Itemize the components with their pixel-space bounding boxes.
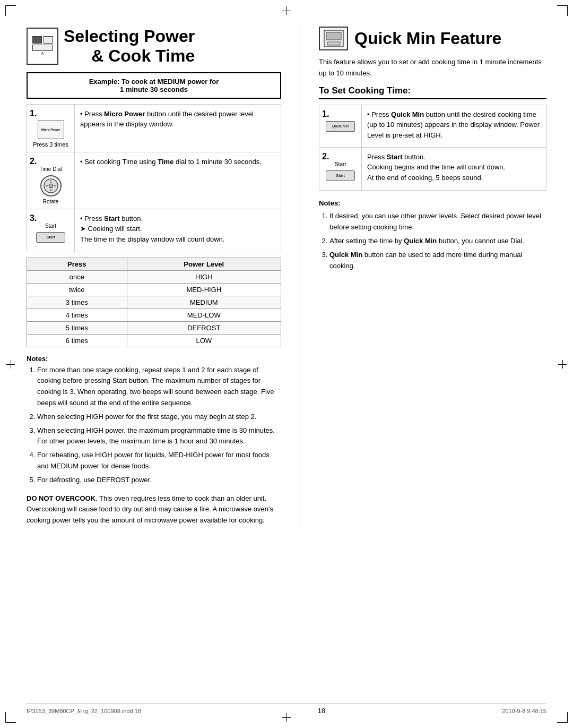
right-subtitle: This feature allows you to set or add co… (319, 57, 546, 79)
table-row: 6 timesLOW (27, 334, 281, 347)
crosshair-right-icon (558, 360, 567, 369)
table-cell: 4 times (27, 309, 127, 321)
step-1-number: 1. (30, 109, 37, 118)
step-row-2: 2. Time Dial Rotat (27, 152, 281, 209)
right-section-title: Quick Min Feature (354, 29, 501, 48)
example-label: Example: To cook at MEDIUM power for (89, 78, 219, 85)
svg-point-1 (49, 184, 53, 188)
right-section-icon-box (319, 27, 348, 50)
table-cell: MEDIUM (127, 296, 281, 309)
page-number: 18 (318, 707, 325, 715)
step-2-number: 2. (30, 157, 37, 166)
crosshair-left-icon (6, 360, 15, 369)
icon-label: A (41, 51, 44, 56)
step-row-3: 3. Start Start • Press Start button. ➤ C… (27, 209, 281, 252)
set-cooking-time-title: To Set Cooking Time: (319, 85, 546, 99)
steps-container: 1. Micro Power Press 3 times • Press Mic… (27, 104, 281, 252)
right-step-2-number: 2. (322, 152, 329, 161)
list-item: When selecting HIGH power for the first … (37, 412, 281, 423)
table-header-press: Press (27, 258, 127, 270)
svg-rect-8 (327, 42, 340, 45)
micro-power-icon: Micro Power (38, 121, 64, 139)
table-cell: 6 times (27, 334, 127, 347)
footer-left: IP3153_39M80CP_Eng_22_100908.indd 18 (27, 708, 141, 714)
list-item: For reheating, use HIGH power for liquid… (37, 450, 281, 472)
list-item: When selecting HIGH power, the maximum p… (37, 425, 281, 448)
list-item: For more than one stage cooking, repeat … (37, 365, 281, 409)
right-notes-list: If desired, you can use other power leve… (319, 211, 546, 271)
corner-mark-bl (5, 712, 16, 723)
table-cell: MED-HIGH (127, 283, 281, 296)
time-dial-icon (40, 175, 62, 196)
step-1-sublabel: Press 3 times (33, 141, 68, 148)
step-row-1: 1. Micro Power Press 3 times • Press Mic… (27, 105, 281, 152)
left-notes-section: Notes: For more than one stage cooking, … (27, 355, 281, 486)
corner-mark-tr (557, 5, 568, 16)
table-cell: LOW (127, 334, 281, 347)
table-row: 3 timesMEDIUM (27, 296, 281, 309)
step-3-right: • Press Start button. ➤ Cooking will sta… (75, 209, 281, 252)
right-notes-title: Notes: (319, 198, 546, 209)
list-item: Quick Min button can be used to add more… (329, 250, 546, 272)
list-item: After setting the time by Quick Min butt… (329, 236, 546, 247)
right-step-2-icon-label: Start (335, 161, 346, 167)
table-header-power: Power Level (127, 258, 281, 270)
left-section-header: A Selecting Power & Cook Time (27, 27, 281, 66)
left-section-icon-box: A (27, 28, 58, 65)
column-divider (300, 27, 300, 526)
corner-mark-tl (5, 5, 16, 16)
example-subtext: 1 minute 30 seconds (120, 85, 188, 93)
right-step-row-1: 1. Quick Min • Press Quick Min button un… (319, 105, 546, 148)
table-row: twiceMED-HIGH (27, 283, 281, 296)
table-cell: twice (27, 283, 127, 296)
table-cell: 5 times (27, 321, 127, 334)
right-column: Quick Min Feature This feature allows yo… (319, 27, 546, 526)
right-notes-section: Notes: If desired, you can use other pow… (319, 198, 546, 272)
right-step-1-number: 1. (322, 109, 329, 119)
power-level-table: Press Power Level onceHIGHtwiceMED-HIGH3… (27, 258, 281, 347)
quick-min-icon: Quick Min (326, 121, 355, 132)
right-step-1-left: 1. Quick Min (319, 105, 362, 147)
step-2-icon-label: Time Dial (40, 166, 62, 172)
footer-right: 2010-9-8 9:48:15 (502, 708, 546, 714)
icon-box-light (44, 36, 53, 44)
page: A Selecting Power & Cook Time Example: T… (0, 0, 573, 728)
step-1-right: • Press Micro Power button until the des… (75, 105, 281, 152)
list-item: If desired, you can use other power leve… (329, 211, 546, 233)
right-step-1-right: • Press Quick Min button until the desir… (362, 105, 546, 147)
step-2-sublabel: Rotate (43, 199, 58, 204)
icon-wide (32, 45, 53, 51)
table-row: 5 timesDEFROST (27, 321, 281, 334)
svg-rect-7 (326, 32, 341, 40)
table-cell: DEFROST (127, 321, 281, 334)
table-cell: 3 times (27, 296, 127, 309)
right-section-header: Quick Min Feature (319, 27, 546, 50)
right-step-row-2: 2. Start Start Press Start button. Cooki… (319, 148, 546, 190)
right-step-2-left: 2. Start Start (319, 148, 362, 190)
list-item: For defrosting, use DEFROST power. (37, 475, 281, 486)
table-row: 4 timesMED-LOW (27, 309, 281, 321)
icon-box-dark (32, 36, 42, 44)
table-row: onceHIGH (27, 270, 281, 283)
start-button-icon: Start (36, 232, 65, 243)
page-footer: IP3153_39M80CP_Eng_22_100908.indd 18 18 … (27, 703, 546, 715)
main-layout: A Selecting Power & Cook Time Example: T… (27, 27, 546, 526)
crosshair-top-icon (282, 6, 291, 15)
warning-section: DO NOT OVERCOOK. This oven requires less… (27, 493, 281, 526)
table-cell: MED-LOW (127, 309, 281, 321)
step-3-left: 3. Start Start (27, 209, 75, 252)
right-steps-container: 1. Quick Min • Press Quick Min button un… (319, 105, 546, 191)
left-notes-title: Notes: (27, 355, 281, 363)
table-cell: HIGH (127, 270, 281, 283)
example-box: Example: To cook at MEDIUM power for 1 m… (27, 72, 281, 99)
step-2-right: • Set cooking Time using Time dial to 1 … (75, 152, 281, 209)
corner-mark-br (557, 712, 568, 723)
left-column: A Selecting Power & Cook Time Example: T… (27, 27, 281, 526)
warning-bold: DO NOT OVERCOOK (27, 494, 96, 502)
left-notes-list: For more than one stage cooking, repeat … (27, 365, 281, 486)
step-2-left: 2. Time Dial Rotat (27, 152, 75, 209)
step-3-number: 3. (30, 213, 37, 223)
table-cell: once (27, 270, 127, 283)
left-section-title: Selecting Power & Cook Time (64, 27, 195, 66)
right-step-2-right: Press Start button. Cooking begins and t… (362, 148, 546, 190)
